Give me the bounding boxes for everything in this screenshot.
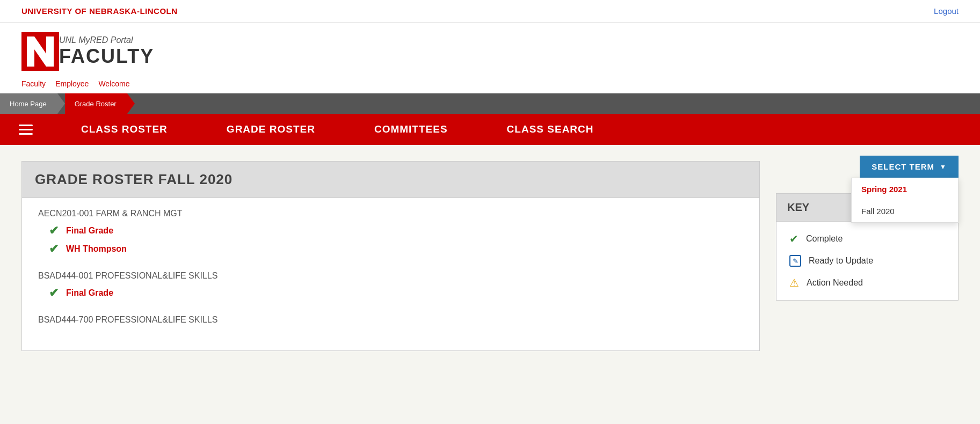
nav-class-search[interactable]: CLASS SEARCH [477, 114, 623, 145]
main-nav: CLASS ROSTER GRADE ROSTER COMMITTEES CLA… [0, 114, 980, 145]
final-grade-link-aecn[interactable]: Final Grade [66, 226, 113, 236]
term-option-fall2020[interactable]: Fall 2020 [852, 200, 958, 222]
breadcrumb-home[interactable]: Home Page [0, 93, 57, 114]
term-option-spring2021[interactable]: Spring 2021 [852, 178, 958, 200]
key-entry-ready: Ready to Update [789, 255, 945, 267]
wh-thompson-link[interactable]: WH Thompson [66, 244, 127, 254]
nav-class-roster[interactable]: CLASS ROSTER [52, 114, 197, 145]
course-entry-final-grade-aecn: ✔ Final Grade [49, 224, 743, 238]
unl-logo [21, 32, 59, 71]
course-entry-wh-thompson: ✔ WH Thompson [49, 242, 743, 256]
final-grade-link-bsad001[interactable]: Final Grade [66, 288, 113, 298]
nav-link-faculty[interactable]: Faculty [21, 79, 46, 88]
breadcrumb-grade-roster[interactable]: Grade Roster [65, 93, 127, 114]
key-entry-action: ⚠ Action Needed [789, 276, 945, 289]
hamburger-line1 [19, 125, 33, 126]
course-code-bsad444-700: BSAD444-700 PROFESSIONAL&LIFE SKILLS [38, 315, 743, 325]
key-label-action: Action Needed [807, 278, 863, 288]
header-text: UNL MyRED Portal FACULTY [59, 35, 154, 68]
course-code-bsad444-001: BSAD444-001 PROFESSIONAL&LIFE SKILLS [38, 271, 743, 281]
course-entry-final-grade-bsad001: ✔ Final Grade [49, 286, 743, 300]
key-label-complete: Complete [806, 234, 843, 244]
hamburger-line2 [19, 129, 33, 130]
content-area: SELECT TERM ▼ Spring 2021 Fall 2020 GRAD… [0, 145, 980, 367]
grade-roster-header: GRADE ROSTER FALL 2020 [21, 161, 760, 198]
key-entry-complete: ✔ Complete [789, 232, 945, 245]
course-item-bsad444-001: BSAD444-001 PROFESSIONAL&LIFE SKILLS ✔ F… [38, 271, 743, 300]
nav-link-welcome[interactable]: Welcome [98, 79, 129, 88]
course-item-aecn201: AECN201-001 FARM & RANCH MGT ✔ Final Gra… [38, 209, 743, 256]
check-complete-icon: ✔ [789, 232, 798, 245]
select-term-container: SELECT TERM ▼ Spring 2021 Fall 2020 [860, 156, 959, 178]
edit-ready-icon [789, 255, 801, 267]
check-icon-final-grade-bsad001: ✔ [49, 286, 59, 300]
check-icon-final-grade-aecn: ✔ [49, 224, 59, 238]
key-label-ready: Ready to Update [809, 256, 873, 266]
select-term-label: SELECT TERM [872, 162, 934, 171]
warning-action-icon: ⚠ [789, 276, 799, 289]
nav-links: Faculty Employee Welcome [0, 76, 980, 93]
grade-roster-title: GRADE ROSTER FALL 2020 [35, 171, 233, 187]
roster-body: AECN201-001 FARM & RANCH MGT ✔ Final Gra… [21, 198, 760, 351]
portal-label: UNL MyRED Portal [59, 35, 154, 45]
term-dropdown: Spring 2021 Fall 2020 [851, 178, 959, 223]
nav-link-employee[interactable]: Employee [55, 79, 89, 88]
hamburger-line3 [19, 133, 33, 135]
course-code-aecn201: AECN201-001 FARM & RANCH MGT [38, 209, 743, 218]
nav-committees[interactable]: COMMITTEES [345, 114, 477, 145]
select-term-button[interactable]: SELECT TERM ▼ [860, 156, 959, 178]
hamburger-menu[interactable] [16, 122, 35, 137]
main-content: GRADE ROSTER FALL 2020 AECN201-001 FARM … [21, 161, 760, 351]
key-body: ✔ Complete Ready to Update ⚠ Action Need… [776, 222, 958, 300]
chevron-down-icon: ▼ [940, 163, 947, 171]
check-icon-wh-thompson: ✔ [49, 242, 59, 256]
course-item-bsad444-700: BSAD444-700 PROFESSIONAL&LIFE SKILLS [38, 315, 743, 325]
university-name: UNIVERSITY OF NEBRASKA-LINCOLN [21, 6, 178, 16]
logout-link[interactable]: Logout [934, 6, 959, 16]
breadcrumb-bar: Home Page Grade Roster [0, 93, 980, 114]
header: UNL MyRED Portal FACULTY [0, 23, 980, 76]
top-bar: UNIVERSITY OF NEBRASKA-LINCOLN Logout [0, 0, 980, 23]
faculty-label: FACULTY [59, 45, 154, 68]
nav-grade-roster[interactable]: GRADE ROSTER [197, 114, 345, 145]
